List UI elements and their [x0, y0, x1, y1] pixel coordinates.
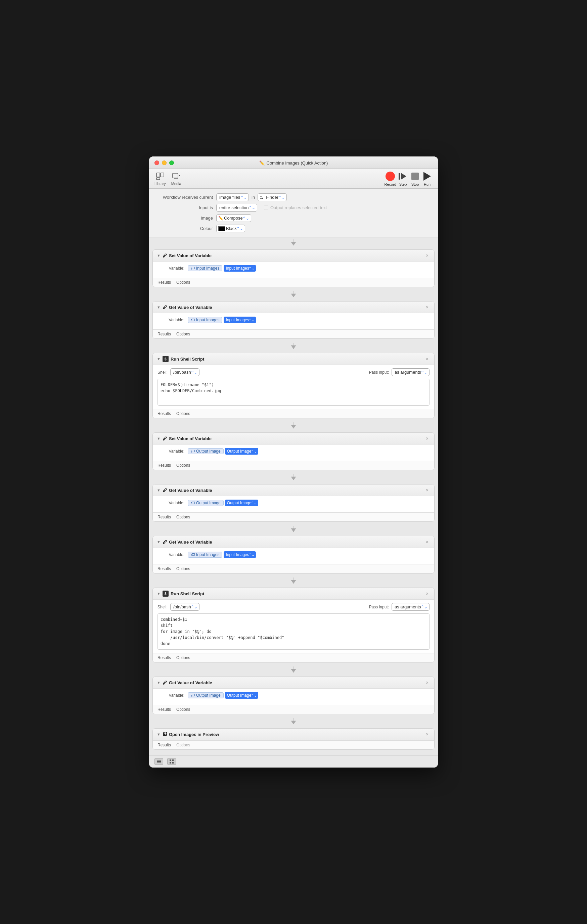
- stop-button[interactable]: Stop: [410, 171, 420, 186]
- traffic-lights: [155, 160, 174, 165]
- chevron-icon-6[interactable]: ▼: [157, 540, 160, 544]
- chevron-icon-8[interactable]: ▼: [157, 681, 160, 685]
- library-icon: [155, 172, 165, 181]
- step-label: Step: [399, 182, 407, 186]
- variable-select-4[interactable]: Output Image: [225, 448, 258, 455]
- list-view-button[interactable]: [155, 758, 163, 765]
- action-body-2: Variable: 🏷 Input Images Input Images ⌃⌄: [153, 313, 434, 329]
- action-header-left-8: ▼ 🖊 Get Value of Variable: [157, 680, 212, 685]
- chevron-icon-5[interactable]: ▼: [157, 488, 160, 492]
- chevron-icon-3[interactable]: ▼: [157, 357, 160, 361]
- action-close-7[interactable]: ×: [424, 591, 430, 597]
- maximize-button[interactable]: [169, 160, 174, 165]
- action-open-images: ▼ 🖼 Open Images in Preview × Results Opt…: [152, 728, 435, 750]
- chevron-icon-2[interactable]: ▼: [157, 305, 160, 309]
- variable-tag-8[interactable]: 🏷 Output Image: [188, 692, 224, 698]
- variable-select-2[interactable]: Input Images: [224, 317, 256, 323]
- run-button[interactable]: Run: [422, 171, 432, 186]
- input-is-label: Input is: [156, 205, 213, 210]
- step-button[interactable]: Step: [397, 171, 408, 186]
- action-close-2[interactable]: ×: [424, 304, 430, 310]
- variable-tag-1[interactable]: 🏷 Input Images: [188, 265, 222, 271]
- input-type-select[interactable]: image files: [216, 193, 249, 201]
- shell-select-3[interactable]: /bin/bash: [170, 368, 200, 376]
- options-tab-9[interactable]: Options: [176, 742, 190, 748]
- pass-input-select-3[interactable]: as arguments: [392, 368, 429, 376]
- variable-select-8[interactable]: Output Image: [225, 692, 258, 699]
- variable-tag-4[interactable]: 🏷 Output Image: [188, 448, 224, 454]
- input-type-wrapper: image files ⌃⌄: [216, 193, 249, 201]
- script-editor-7[interactable]: combined=$1 shift for image in "$@"; do …: [158, 614, 429, 650]
- close-button[interactable]: [155, 160, 159, 165]
- options-tab-6[interactable]: Options: [176, 566, 190, 572]
- var-tag-icon-8: 🏷: [191, 693, 195, 698]
- action-close-8[interactable]: ×: [424, 680, 430, 686]
- titlebar: ✏️ Combine Images (Quick Action): [149, 157, 438, 169]
- options-tab-1[interactable]: Options: [176, 279, 190, 285]
- results-tab-5[interactable]: Results: [158, 514, 171, 520]
- pass-input-area-3: Pass input: as arguments ⌃⌄: [369, 368, 429, 376]
- options-tab-2[interactable]: Options: [176, 331, 190, 337]
- shell-select-7[interactable]: /bin/bash: [170, 603, 200, 611]
- connector-5: [149, 472, 438, 482]
- app-wrapper: Finder 🗂 ⌃⌄: [257, 193, 287, 201]
- results-tab-9[interactable]: Results: [158, 742, 171, 748]
- chevron-icon-4[interactable]: ▼: [157, 437, 160, 441]
- action-close-3[interactable]: ×: [424, 356, 430, 362]
- media-button[interactable]: Media: [171, 172, 181, 186]
- connector-4: [149, 421, 438, 431]
- results-tab-7[interactable]: Results: [158, 655, 171, 661]
- results-tab-1[interactable]: Results: [158, 279, 171, 285]
- colour-wrapper: Black ⌃⌄: [216, 224, 245, 233]
- options-tab-8[interactable]: Options: [176, 706, 190, 713]
- variable-select-wrapper-6: Input Images ⌃⌄: [224, 551, 256, 558]
- variable-select-6[interactable]: Input Images: [224, 551, 256, 558]
- action-header-left-5: ▼ 🖊 Get Value of Variable: [157, 488, 212, 493]
- chevron-icon-1[interactable]: ▼: [157, 254, 160, 257]
- action-close-4[interactable]: ×: [424, 436, 430, 442]
- pass-input-select-7[interactable]: as arguments: [392, 603, 429, 611]
- action-close-9[interactable]: ×: [424, 731, 430, 738]
- options-tab-4[interactable]: Options: [176, 462, 190, 469]
- action-header-8: ▼ 🖊 Get Value of Variable ×: [153, 677, 434, 689]
- action-tabs-9: Results Options: [153, 740, 434, 749]
- record-button[interactable]: Record: [384, 171, 396, 186]
- variable-tag-5[interactable]: 🏷 Output Image: [188, 500, 224, 506]
- input-is-wrapper: entire selection ⌃⌄: [216, 204, 257, 211]
- action-close-5[interactable]: ×: [424, 487, 430, 493]
- options-tab-7[interactable]: Options: [176, 655, 190, 661]
- input-is-select[interactable]: entire selection: [216, 204, 257, 211]
- variable-tag-2[interactable]: 🏷 Input Images: [188, 317, 222, 323]
- grid-view-button[interactable]: [167, 758, 176, 765]
- title-text: Combine Images (Quick Action): [267, 160, 328, 165]
- results-tab-6[interactable]: Results: [158, 566, 171, 572]
- minimize-button[interactable]: [162, 160, 167, 165]
- results-tab-4[interactable]: Results: [158, 462, 171, 469]
- options-tab-3[interactable]: Options: [176, 411, 190, 417]
- results-tab-8[interactable]: Results: [158, 706, 171, 713]
- colour-label: Colour: [156, 226, 213, 231]
- action-tabs-6: Results Options: [153, 564, 434, 573]
- options-tab-5[interactable]: Options: [176, 514, 190, 520]
- image-label: Image: [156, 216, 213, 221]
- connector-7: [149, 576, 438, 586]
- action-close-6[interactable]: ×: [424, 539, 430, 545]
- library-button[interactable]: Library: [155, 172, 166, 186]
- output-replaces-label: Output replaces selected text: [264, 205, 327, 210]
- chevron-icon-7[interactable]: ▼: [157, 592, 160, 596]
- script-editor-3[interactable]: FOLDER=$(dirname "$1") echo $FOLDER/Comb…: [158, 379, 429, 406]
- results-tab-3[interactable]: Results: [158, 411, 171, 417]
- variable-select-5[interactable]: Output Image: [225, 500, 258, 507]
- variable-tag-6[interactable]: 🏷 Input Images: [188, 552, 222, 558]
- results-tab-2[interactable]: Results: [158, 331, 171, 337]
- chevron-icon-9[interactable]: ▼: [157, 732, 160, 736]
- variable-select-1[interactable]: Input Images: [224, 265, 256, 272]
- action-icon-4: 🖊: [163, 436, 167, 441]
- output-replaces-checkbox-area: Output replaces selected text: [264, 205, 327, 210]
- output-replaces-checkbox[interactable]: [264, 206, 268, 210]
- action-close-1[interactable]: ×: [424, 252, 430, 259]
- svg-rect-2: [157, 178, 160, 180]
- run-label: Run: [424, 182, 430, 186]
- action-header-3: ▼ $ Run Shell Script ×: [153, 353, 434, 365]
- variable-row-8: Variable: 🏷 Output Image Output Image ⌃⌄: [158, 692, 429, 699]
